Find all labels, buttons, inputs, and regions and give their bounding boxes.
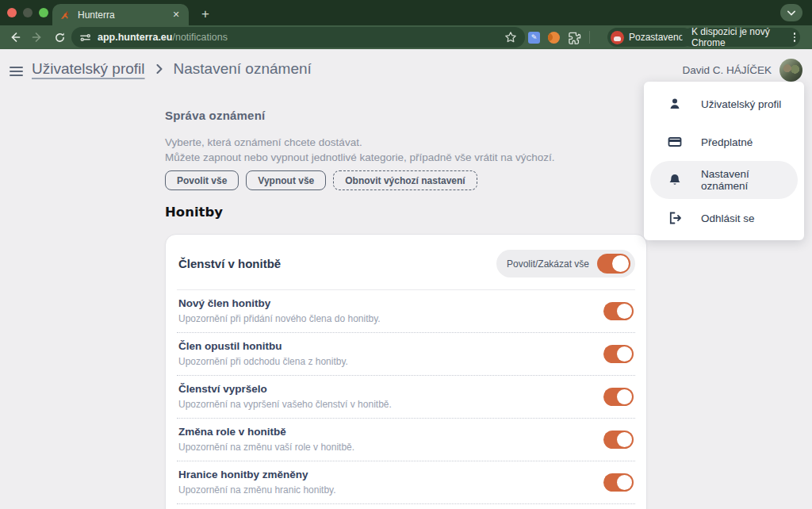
- row-text: Nový člen honitby Upozornění při přidání…: [178, 297, 381, 324]
- breadcrumb: Uživatelský profil Nastavení oznámení: [32, 60, 312, 78]
- credit-card-icon: [668, 135, 682, 149]
- paused-label: Pozastaveno: [629, 32, 684, 43]
- toggle-row-role-changed: Změna role v honitbě Upozornění na změnu…: [166, 419, 646, 461]
- card-header: Členství v honitbě Povolit/Zakázat vše: [166, 235, 646, 289]
- card-title: Členství v honitbě: [178, 257, 281, 270]
- row-text: Hranice honitby změněny Upozornění na zm…: [178, 469, 336, 496]
- enable-all-button[interactable]: Povolit vše: [165, 170, 239, 190]
- chrome-update-button[interactable]: K dispozici je nový Chrome: [682, 28, 800, 47]
- row-description: Upozornění na změnu hranic honitby.: [178, 484, 336, 496]
- toolbar-separator: [589, 31, 590, 44]
- toggle-role-changed[interactable]: [603, 431, 634, 449]
- user-name: David C. HÁJÍČEK: [682, 64, 772, 76]
- row-title: Členství vypršelo: [178, 383, 392, 395]
- toggle-row-new-member: Nový člen honitby Upozornění při přidání…: [166, 290, 646, 332]
- toggle-member-left[interactable]: [603, 345, 634, 363]
- bell-icon: [668, 173, 682, 187]
- master-toggle-pill: Povolit/Zakázat vše: [496, 250, 635, 277]
- logout-icon: [668, 211, 682, 225]
- row-text: Členství vypršelo Upozornění na vypršení…: [178, 383, 392, 410]
- extensions-cluster: ✎: [528, 28, 590, 47]
- bookmark-star-icon[interactable]: [504, 31, 517, 44]
- orange-extension-icon[interactable]: [548, 32, 560, 44]
- back-button[interactable]: [6, 29, 24, 46]
- site-settings-tune-icon[interactable]: [79, 32, 91, 44]
- browser-menu-icon[interactable]: [794, 33, 796, 42]
- menu-item-subscription[interactable]: Předplatné: [650, 123, 798, 161]
- user-chip[interactable]: David C. HÁJÍČEK: [682, 59, 802, 82]
- master-toggle[interactable]: [597, 254, 630, 274]
- bulk-action-buttons: Povolit vše Vypnout vše Obnovit výchozí …: [165, 170, 477, 190]
- tab-title: Hunterra: [78, 10, 163, 21]
- url-text: app.hunterra.eu/notifications: [98, 32, 228, 43]
- browser-toolbar: app.hunterra.eu/notifications ✎ Pozastav…: [0, 25, 812, 49]
- chevron-down-icon[interactable]: [780, 4, 802, 21]
- hamburger-menu-icon[interactable]: [10, 67, 23, 76]
- description-line-1: Vyberte, která oznámení chcete dostávat.: [165, 136, 362, 148]
- menu-item-label: Uživatelský profil: [701, 98, 781, 110]
- toggle-new-member[interactable]: [603, 302, 634, 320]
- disable-all-button[interactable]: Vypnout vše: [246, 170, 326, 190]
- browser-window: Hunterra ✕ + app.hunterra.eu/notificatio…: [0, 0, 812, 509]
- row-title: Změna role v honitbě: [178, 426, 354, 438]
- breadcrumb-current: Nastavení oznámení: [174, 60, 312, 78]
- adblock-icon: [611, 31, 624, 44]
- page-title: Správa oznámení: [165, 109, 265, 122]
- row-title: Hranice honitby změněny: [178, 469, 336, 480]
- menu-item-label: Odhlásit se: [701, 212, 755, 224]
- menu-item-label: Předplatné: [701, 136, 753, 148]
- row-title: Člen opustil honitbu: [178, 340, 348, 352]
- address-bar[interactable]: app.hunterra.eu/notifications: [71, 27, 525, 48]
- menu-item-notifications[interactable]: Nastavení oznámení: [650, 161, 798, 199]
- row-description: Upozornění při odchodu člena z honitby.: [178, 356, 348, 367]
- reload-button[interactable]: [51, 29, 68, 46]
- browser-tab-hunterra[interactable]: Hunterra ✕: [52, 4, 189, 25]
- row-title: Nový člen honitby: [178, 297, 381, 309]
- url-path: /notifications: [172, 32, 227, 43]
- section-title-honitby: Honitby: [165, 205, 223, 220]
- extensions-puzzle-icon[interactable]: [568, 31, 581, 44]
- menu-item-label: Nastavení oznámení: [701, 168, 798, 192]
- macos-traffic-lights: [7, 8, 48, 17]
- breadcrumb-profile-link[interactable]: Uživatelský profil: [32, 60, 145, 78]
- user-dropdown-menu: Uživatelský profil Předplatné Nastavení …: [644, 82, 804, 240]
- toggle-boundaries-changed[interactable]: [603, 473, 634, 492]
- page-description: Vyberte, která oznámení chcete dostávat.…: [165, 135, 555, 165]
- person-icon: [668, 97, 682, 111]
- menu-item-logout[interactable]: Odhlásit se: [650, 199, 798, 237]
- forward-button[interactable]: [29, 29, 46, 46]
- close-tab-icon[interactable]: ✕: [170, 9, 182, 21]
- row-text: Změna role v honitbě Upozornění na změnu…: [178, 426, 354, 453]
- toggle-row-member-left: Člen opustil honitbu Upozornění při odch…: [166, 333, 646, 375]
- chevron-right-icon: [156, 64, 163, 74]
- adblock-paused-badge[interactable]: Pozastaveno: [607, 28, 693, 47]
- zoom-window-button[interactable]: [39, 8, 48, 17]
- toggle-membership-expired[interactable]: [603, 388, 634, 406]
- update-label: K dispozici je nový Chrome: [691, 26, 789, 48]
- close-window-button[interactable]: [7, 8, 17, 17]
- row-text: Člen opustil honitbu Upozornění při odch…: [178, 340, 348, 367]
- row-description: Upozornění při přidání nového člena do h…: [178, 313, 381, 324]
- toggle-row-membership-expired: Členství vypršelo Upozornění na vypršení…: [166, 376, 646, 418]
- avatar[interactable]: [779, 59, 802, 82]
- description-line-2: Můžete zapnout nebo vypnout jednotlivé k…: [165, 151, 555, 163]
- minimize-window-button[interactable]: [23, 8, 33, 17]
- url-host: app.hunterra.eu: [98, 32, 172, 43]
- notification-settings-card: Členství v honitbě Povolit/Zakázat vše N…: [165, 234, 647, 509]
- reset-defaults-button[interactable]: Obnovit výchozí nastavení: [333, 170, 477, 190]
- new-tab-button[interactable]: +: [198, 6, 213, 22]
- row-description: Upozornění na změnu vaší role v honitbě.: [178, 442, 354, 453]
- tab-strip: Hunterra ✕ +: [0, 0, 812, 25]
- hunterra-favicon: [59, 9, 71, 21]
- row-divider: [177, 503, 635, 504]
- toggle-row-boundaries-changed: Hranice honitby změněny Upozornění na zm…: [166, 461, 646, 503]
- row-description: Upozornění na vypršení vašeho členství v…: [178, 399, 392, 410]
- notes-extension-icon[interactable]: ✎: [528, 32, 540, 44]
- menu-item-profile[interactable]: Uživatelský profil: [650, 85, 798, 123]
- master-toggle-label: Povolit/Zakázat vše: [507, 258, 589, 270]
